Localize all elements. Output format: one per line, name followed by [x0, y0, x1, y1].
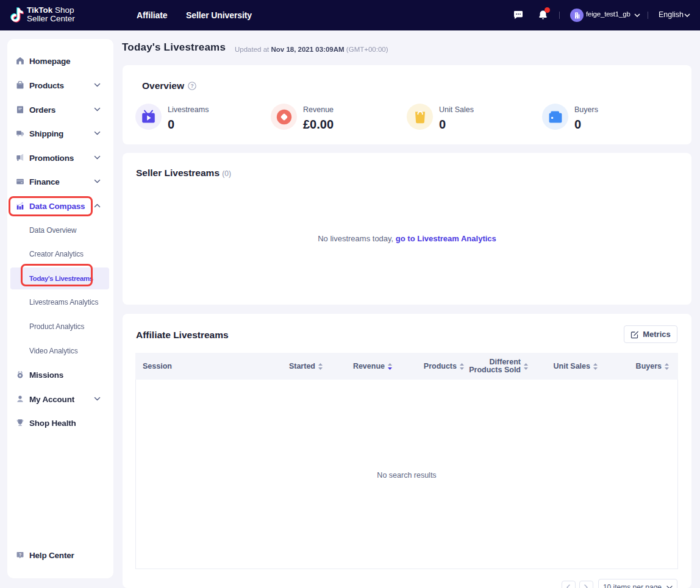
svg-text:?: ?: [190, 83, 193, 89]
svg-text:?: ?: [19, 553, 21, 557]
